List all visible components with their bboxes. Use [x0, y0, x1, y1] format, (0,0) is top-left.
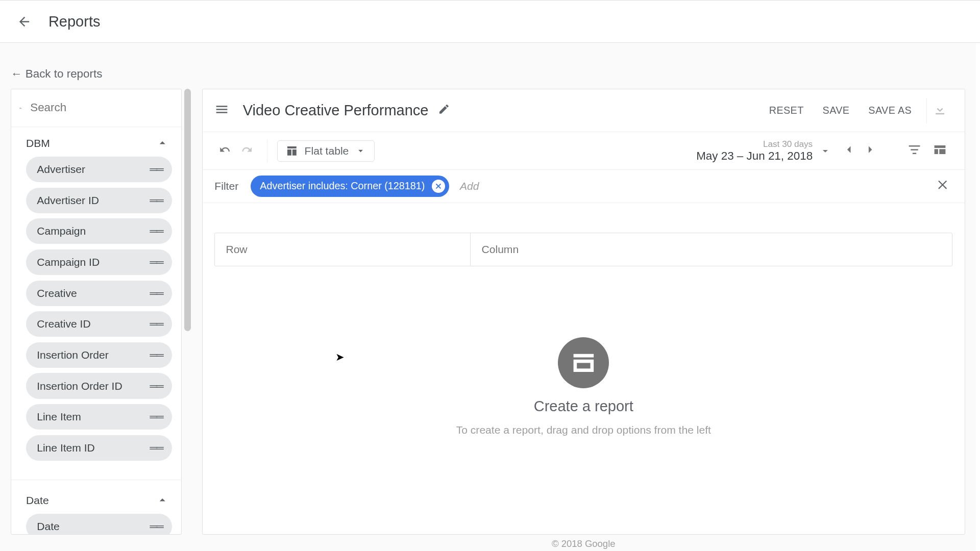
close-icon	[434, 182, 443, 190]
date-range-display[interactable]: Last 30 days May 23 – Jun 21, 2018	[696, 139, 813, 163]
empty-state-icon-wrap	[558, 337, 609, 388]
field-chip[interactable]: Line Item══	[26, 404, 172, 430]
table-icon	[286, 145, 298, 157]
report-toolbar: Flat table Last 30 days May 23 – Jun 21,…	[203, 132, 965, 170]
empty-heading: Create a report	[534, 398, 633, 415]
drag-handle-icon: ══	[150, 411, 163, 423]
page-scrollbar[interactable]	[976, 43, 980, 551]
svg-rect-3	[577, 363, 590, 368]
field-chip[interactable]: Insertion Order══	[26, 342, 172, 368]
report-title: Video Creative Performance	[243, 102, 429, 119]
chip-label: Creative ID	[37, 318, 90, 330]
view-type-label: Flat table	[305, 145, 349, 157]
chip-label: Date	[37, 520, 60, 533]
field-chip[interactable]: Campaign══	[26, 218, 172, 244]
field-chip[interactable]: Creative ID══	[26, 311, 172, 337]
chip-label: Advertiser	[37, 163, 85, 176]
chip-label: Campaign	[37, 225, 86, 237]
chip-label: Campaign ID	[37, 256, 100, 268]
chip-label: Line Item ID	[37, 442, 95, 454]
chip-label: Creative	[37, 287, 77, 299]
app-bar: Reports	[0, 0, 980, 43]
field-groups[interactable]: DBM Advertiser══ Advertiser ID══ Campaig…	[11, 127, 181, 534]
report-titlebar: Video Creative Performance RESET SAVE SA…	[203, 89, 965, 132]
edit-title-button[interactable]	[438, 103, 450, 118]
chip-label: Advertiser ID	[37, 194, 99, 207]
report-icon	[570, 349, 597, 377]
date-range-value: May 23 – Jun 21, 2018	[696, 149, 813, 163]
drag-handle-icon: ══	[150, 256, 163, 268]
fields-sidebar: DBM Advertiser══ Advertiser ID══ Campaig…	[11, 89, 182, 535]
field-chip[interactable]: Line Item ID══	[26, 435, 172, 461]
field-chip[interactable]: Date══	[26, 514, 172, 534]
chevron-down-icon	[355, 145, 366, 156]
download-icon	[933, 102, 947, 117]
sidebar-scrollbar-thumb[interactable]	[184, 89, 191, 331]
footer-copyright: © 2018 Google	[202, 538, 965, 549]
reset-button[interactable]: RESET	[760, 99, 813, 122]
add-filter-button[interactable]: Add	[460, 180, 479, 192]
filter-toggle-button[interactable]	[901, 138, 927, 164]
field-chip[interactable]: Campaign ID══	[26, 249, 172, 275]
search-icon	[19, 101, 22, 115]
hamburger-button[interactable]	[214, 102, 229, 119]
drag-handle-icon: ══	[150, 520, 163, 533]
filter-chip-text: Advertiser includes: Corner (128181)	[260, 180, 425, 192]
drag-handle-icon: ══	[150, 442, 163, 454]
filter-bar: Filter Advertiser includes: Corner (1281…	[203, 170, 965, 203]
group-label: DBM	[26, 137, 50, 149]
save-as-button[interactable]: SAVE AS	[859, 99, 921, 122]
drag-handle-icon: ══	[150, 194, 163, 207]
drag-handle-icon: ══	[150, 225, 163, 237]
empty-state: Create a report To create a report, drag…	[203, 239, 965, 535]
arrow-left-icon	[17, 14, 32, 29]
chip-label: Insertion Order ID	[37, 380, 122, 392]
save-button[interactable]: SAVE	[813, 99, 859, 122]
undo-button[interactable]	[214, 139, 236, 163]
redo-button	[236, 139, 258, 163]
filter-chip-remove[interactable]	[432, 180, 445, 193]
drag-handle-icon: ══	[150, 349, 163, 361]
drag-handle-icon: ══	[150, 318, 163, 330]
field-chip[interactable]: Insertion Order ID══	[26, 373, 172, 398]
menu-icon	[214, 102, 229, 117]
date-range-label: Last 30 days	[696, 139, 813, 149]
close-icon	[937, 178, 950, 191]
layout-toggle-button[interactable]	[927, 138, 952, 164]
drag-handle-icon: ══	[150, 163, 163, 176]
view-type-selector[interactable]: Flat table	[277, 140, 375, 162]
chevron-right-icon	[864, 143, 877, 156]
chevron-up-icon	[156, 136, 169, 149]
close-filterbar-button[interactable]	[934, 176, 952, 197]
download-button[interactable]	[926, 98, 952, 123]
search-input[interactable]	[30, 101, 173, 114]
filter-label: Filter	[214, 180, 238, 192]
group-label: Date	[26, 494, 49, 507]
undo-icon	[218, 143, 232, 156]
drag-handle-icon: ══	[150, 380, 163, 392]
redo-icon	[240, 143, 253, 156]
chevron-up-icon	[156, 493, 169, 507]
filter-icon	[907, 142, 922, 157]
back-to-reports-link[interactable]: ← Back to reports	[11, 67, 102, 81]
pencil-icon	[438, 103, 450, 115]
field-chip[interactable]: Advertiser══	[26, 157, 172, 182]
field-chip[interactable]: Advertiser ID══	[26, 188, 172, 213]
layout-icon	[933, 142, 947, 157]
date-next-button[interactable]	[860, 139, 881, 163]
date-prev-button[interactable]	[838, 139, 860, 163]
field-chip[interactable]: Creative══	[26, 281, 172, 306]
chevron-down-icon[interactable]	[819, 145, 831, 157]
group-header-date[interactable]: Date	[11, 484, 181, 514]
field-search	[11, 89, 181, 127]
back-arrow-button[interactable]	[13, 11, 35, 32]
drag-handle-icon: ══	[150, 287, 163, 299]
chevron-left-icon	[842, 143, 855, 156]
filter-chip[interactable]: Advertiser includes: Corner (128181)	[251, 176, 449, 197]
report-canvas: Video Creative Performance RESET SAVE SA…	[202, 89, 965, 535]
group-header-dbm[interactable]: DBM	[11, 127, 181, 157]
empty-subtext: To create a report, drag and drop option…	[456, 424, 711, 436]
appbar-title: Reports	[48, 13, 101, 30]
chip-label: Line Item	[37, 411, 81, 423]
chip-label: Insertion Order	[37, 349, 109, 361]
